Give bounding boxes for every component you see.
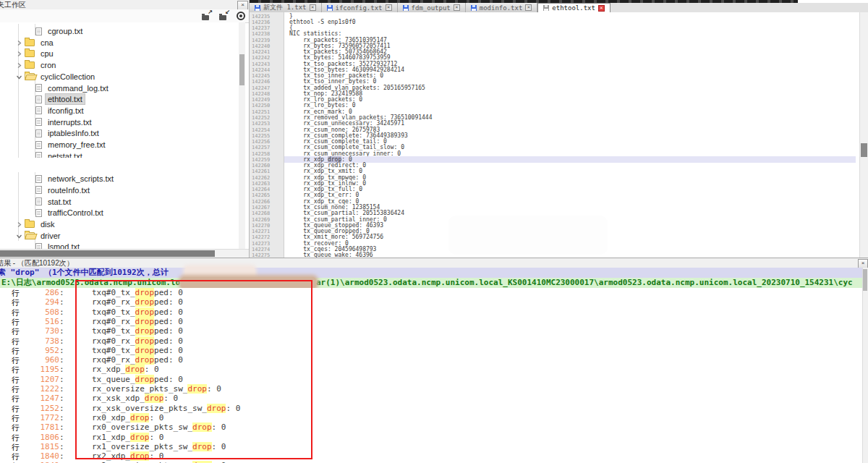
tree-file-trafficcontrol-txt[interactable]: trafficControl.txt	[35, 207, 106, 218]
line-number: 142275	[252, 252, 270, 258]
tree-item-label: cron	[38, 60, 58, 70]
workspace-horizontal-scrollbar-thumb[interactable]	[0, 250, 215, 257]
tab-fdm-output[interactable]: fdm_output×	[398, 3, 466, 12]
chevron-down-icon	[16, 73, 23, 80]
file-icon	[35, 129, 42, 137]
tree-file-lsmod-txt[interactable]: lsmod.txt	[35, 241, 82, 249]
tree-item-label: cpu	[38, 48, 56, 59]
result-line-number: 738	[26, 336, 59, 346]
tab-ifconfig-txt[interactable]: ifconfig.txt×	[322, 3, 398, 12]
file-icon	[35, 197, 42, 205]
line-number: 142243	[252, 61, 270, 67]
file-icon	[35, 106, 42, 114]
folder-icon	[25, 39, 35, 46]
colon: :	[59, 336, 64, 346]
tree-file-ifconfig-txt[interactable]: ifconfig.txt	[35, 105, 86, 116]
colon: :	[59, 307, 64, 317]
tree-file-cgroup-txt[interactable]: cgroup.txt	[35, 25, 85, 37]
result-line-number: 1772	[26, 413, 59, 422]
colon: :	[59, 413, 64, 422]
result-line-number: 1207	[26, 375, 59, 384]
tree-item-label: disk	[38, 219, 57, 229]
file-icon	[35, 209, 42, 217]
result-line-number: 730	[26, 326, 59, 336]
tree-folder-cron[interactable]: cron	[16, 59, 58, 71]
workspace-vertical-scrollbar-thumb[interactable]	[239, 54, 244, 85]
folder-glyph	[219, 15, 226, 20]
tree-folder-cpu[interactable]: cpu	[16, 48, 56, 59]
tree-folder-driver[interactable]: driver	[16, 230, 63, 242]
line-number: 142240	[252, 43, 270, 49]
result-line-number: 952	[26, 346, 59, 355]
chevron-right-icon	[16, 39, 23, 46]
results-vertical-scrollbar-thumb[interactable]	[863, 269, 867, 291]
line-number: 142257	[252, 145, 270, 150]
workspace-file-tree: cgroup.txtcnacpucroncyclicCollectioncomm…	[0, 22, 239, 249]
colon: :	[59, 451, 64, 461]
line-number: 142244	[252, 67, 270, 73]
tree-file-command-log-txt[interactable]: command_log.txt	[35, 82, 111, 94]
redaction-overlay	[185, 267, 255, 278]
colon: :	[59, 375, 64, 384]
line-number: 142265	[252, 192, 270, 198]
result-line-number: 1840	[26, 451, 59, 461]
saved-floppy-icon	[471, 5, 477, 11]
tree-file-network-scripts-txt[interactable]: network_scripts.txt	[35, 173, 116, 184]
line-number: 142261	[252, 169, 270, 174]
folder-glyph	[202, 15, 209, 20]
tree-item-label: cgroup.txt	[46, 26, 85, 36]
tree-file-stat-txt[interactable]: stat.txt	[35, 196, 73, 208]
tree-file-ethtool-txt[interactable]: ethtool.txt	[35, 93, 85, 105]
line-number: 142255	[252, 133, 270, 139]
tab-modinfo-txt[interactable]: modinfo.txt×	[466, 3, 538, 12]
collapse-all-icon[interactable]: ↙	[219, 12, 229, 20]
tree-item-label: ethtool.txt	[46, 94, 85, 104]
line-number: 142270	[252, 223, 270, 229]
result-line-number: 294	[26, 297, 59, 307]
line-number: 142236	[252, 20, 270, 25]
file-icon	[35, 118, 42, 126]
saved-floppy-icon	[327, 5, 333, 11]
tree-folder-disk[interactable]: disk	[16, 218, 57, 230]
expand-all-icon[interactable]: ↗	[202, 12, 212, 20]
tab-label: ethtool.txt	[552, 4, 595, 12]
tab-close-icon[interactable]: ×	[386, 4, 392, 11]
tab-close-icon[interactable]: ×	[454, 4, 460, 11]
locate-current-file-icon[interactable]	[237, 12, 245, 20]
tree-folder-cycliccollection[interactable]: cyclicCollection	[16, 71, 97, 82]
tab--1-txt[interactable]: 新文件 1.txt×	[250, 3, 322, 12]
tab-close-icon[interactable]: ×	[598, 5, 605, 12]
tab-label: ifconfig.txt	[336, 4, 383, 12]
colon: :	[59, 384, 64, 394]
tab-close-icon[interactable]: ×	[525, 4, 532, 11]
saved-floppy-icon	[403, 5, 409, 11]
file-icon	[35, 175, 42, 183]
tree-file-memory-free-txt[interactable]: memory_free.txt	[35, 139, 107, 150]
tab-close-icon[interactable]: ×	[310, 4, 316, 11]
line-number: 142254	[252, 127, 270, 133]
colon: :	[59, 433, 64, 442]
result-line-number: 1195	[26, 365, 59, 374]
editor-vertical-scrollbar[interactable]	[859, 12, 868, 258]
tree-folder-cna[interactable]: cna	[16, 37, 56, 48]
search-summary-line[interactable]: 索 "drop" （1个文件中匹配到10192次，总计次）	[0, 268, 868, 278]
tab-ethtool-txt[interactable]: ethtool.txt×	[537, 3, 610, 12]
tab-label: modinfo.txt	[480, 4, 523, 12]
tree-item-label: lsmod.txt	[46, 242, 82, 249]
tree-file-interrupts-txt[interactable]: interrupts.txt	[35, 116, 94, 128]
editor-vertical-scrollbar-thumb[interactable]	[861, 143, 867, 157]
line-number: 142248	[252, 91, 270, 97]
line-number: 142250	[252, 103, 270, 109]
file-icon	[35, 186, 42, 194]
file-icon	[35, 95, 42, 103]
results-vertical-scrollbar[interactable]	[862, 268, 868, 463]
tree-file-routeinfo-txt[interactable]: routeInfo.txt	[35, 184, 92, 196]
tree-item-label: command_log.txt	[46, 83, 111, 93]
colon: :	[59, 288, 64, 297]
tree-file-iptablesinfo-txt[interactable]: iptablesInfo.txt	[35, 127, 101, 139]
line-number: 142272	[252, 234, 270, 240]
line-number: 142251	[252, 109, 270, 115]
line-number: 142260	[252, 163, 270, 169]
colon: :	[59, 422, 64, 432]
file-icon	[35, 27, 42, 35]
